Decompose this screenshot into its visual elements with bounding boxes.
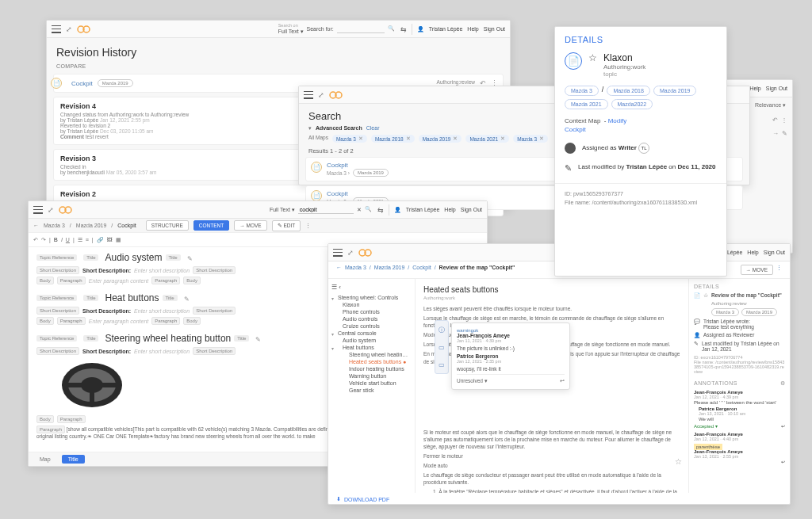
link-icon[interactable]: 🔗	[97, 237, 104, 243]
advanced-search[interactable]: Advanced Search	[316, 125, 362, 132]
help-link[interactable]: Help	[747, 250, 758, 255]
fulltext-select[interactable]: Full Text ▾	[278, 29, 304, 34]
content-button[interactable]: CONTENT	[193, 220, 229, 231]
search-icon[interactable]: 🔍	[388, 25, 396, 33]
tree-item[interactable]: Steering wheel heatin…	[331, 351, 412, 358]
star-icon[interactable]: ☆	[675, 457, 682, 466]
menu-icon[interactable]	[304, 91, 313, 99]
chip[interactable]: Mazda2022	[611, 99, 653, 109]
list-icon[interactable]: ☰	[78, 237, 82, 243]
expand-icon[interactable]: ⤢	[66, 25, 72, 33]
tree-item[interactable]: Klaxon	[331, 301, 412, 308]
filter-chip[interactable]: Mazda 3✕	[332, 135, 367, 143]
sd-placeholder[interactable]: Enter short description	[134, 349, 190, 354]
tree-item[interactable]: ▾Heat buttons	[331, 344, 412, 351]
menu-icon[interactable]	[52, 25, 61, 33]
tree-item[interactable]: Audio system	[331, 337, 412, 344]
more-icon[interactable]: ⋮	[305, 223, 311, 229]
sort-by-value[interactable]: Relevance ▾	[755, 102, 786, 109]
expand-icon[interactable]: ⤢	[347, 249, 354, 257]
arrow-right-icon[interactable]: →	[772, 130, 779, 137]
comment-status[interactable]: Unresolved ▾	[457, 378, 488, 384]
back-icon[interactable]: ←	[33, 223, 39, 228]
search-input[interactable]	[337, 25, 385, 33]
tree-item[interactable]: Warning button	[331, 372, 412, 380]
tree-item[interactable]: Indoor heating buttons	[331, 365, 412, 372]
all-maps[interactable]: All Maps	[308, 135, 328, 143]
sd-placeholder[interactable]: Enter short description	[134, 268, 190, 273]
signout-link[interactable]: Sign Out	[766, 86, 787, 91]
reply-icon[interactable]: ↩	[781, 423, 785, 429]
chip[interactable]: Mazda 2021	[565, 99, 608, 109]
swap-icon[interactable]: ⇆	[377, 206, 384, 214]
filter-chip[interactable]: Mazda 2018✕	[371, 135, 415, 143]
filter-icon[interactable]: ⚙	[780, 380, 786, 387]
signout-link[interactable]: Sign Out	[484, 26, 505, 32]
reply-icon[interactable]: ↩	[560, 378, 565, 384]
underline-icon[interactable]: U	[66, 237, 70, 242]
numbered-list-icon[interactable]: ≡	[86, 237, 89, 242]
close-icon[interactable]: ✕	[406, 135, 411, 142]
pencil-icon[interactable]	[187, 252, 193, 263]
close-icon[interactable]: ✕	[500, 135, 505, 142]
italic-icon[interactable]: I	[61, 237, 63, 242]
download-pdf[interactable]: ⬇DOWNLOAD PDF	[336, 496, 389, 502]
pencil-icon[interactable]	[184, 292, 190, 303]
fulltext-select[interactable]: Full Text ▾	[270, 207, 295, 213]
table-icon[interactable]: ▦	[116, 237, 121, 243]
more-icon[interactable]: ⋮	[776, 265, 782, 275]
tree-item[interactable]: Phone controls	[331, 308, 412, 315]
breadcrumb[interactable]: Mazda 3	[345, 265, 366, 275]
help-link[interactable]: Help	[467, 26, 478, 32]
undo-icon[interactable]: ↶	[33, 237, 38, 243]
clear-link[interactable]: Clear	[366, 125, 380, 132]
context-map-val[interactable]: Cockpit	[565, 126, 586, 133]
tab-map[interactable]: Map	[33, 455, 57, 464]
swap-icon[interactable]: ⇆	[400, 25, 407, 33]
back-icon[interactable]: ←	[336, 265, 342, 275]
tree-item[interactable]: ▾Central console	[331, 330, 412, 337]
breadcrumb[interactable]: Mazda 2019	[76, 223, 107, 228]
more-icon[interactable]: ⋮	[781, 116, 787, 124]
tree-item-selected[interactable]: Heated seats buttons ●	[331, 358, 412, 365]
info-icon[interactable]: ⓘ	[439, 326, 445, 334]
user-name[interactable]: Tristan Lépée	[429, 26, 463, 32]
tree-item[interactable]: Gear stick	[331, 387, 412, 394]
pencil-icon[interactable]	[255, 333, 261, 344]
user-icon[interactable]: 👤	[394, 207, 401, 213]
compare-button[interactable]: COMPARE	[47, 63, 510, 74]
filter-chip[interactable]: Mazda 2019✕	[419, 135, 462, 143]
help-link[interactable]: Help	[749, 86, 760, 91]
filter-chip[interactable]: Mazda 2021✕	[465, 135, 509, 143]
expand-icon[interactable]: ⤢	[318, 91, 324, 99]
structure-button[interactable]: STRUCTURE	[146, 220, 189, 231]
reply-icon[interactable]: ↩	[781, 459, 785, 464]
ann-status[interactable]: Accepted ▾	[694, 423, 718, 429]
collapse-icon[interactable]: ‹	[339, 284, 341, 291]
signout-link[interactable]: Sign Out	[461, 207, 482, 212]
tree-item[interactable]: Cruize controls	[331, 322, 412, 330]
search-input[interactable]	[298, 206, 354, 214]
search-icon[interactable]: 🔍	[365, 206, 373, 214]
close-icon[interactable]: ✕	[539, 135, 544, 142]
signout-link[interactable]: Sign Out	[764, 250, 785, 255]
topic-title[interactable]: Steering wheel heating button	[105, 333, 231, 344]
star-icon[interactable]: ☆	[588, 52, 597, 63]
menu-icon[interactable]	[333, 249, 343, 257]
body-placeholder[interactable]: Enter paragraph content	[89, 319, 149, 324]
user-icon[interactable]: 👤	[417, 26, 424, 32]
expand-icon[interactable]: ⤢	[48, 206, 54, 214]
chip[interactable]: Mazda 2018	[607, 86, 650, 96]
body-placeholder[interactable]: Enter paragraph content	[89, 278, 149, 284]
tree-item[interactable]: Vehicle start button	[331, 380, 412, 387]
breadcrumb[interactable]: Mazda 2019	[374, 265, 405, 275]
filter-chip[interactable]: Mazda 3✕	[513, 135, 548, 143]
topic-title[interactable]: Audio system	[105, 252, 162, 263]
chip[interactable]: Mazda 2019	[653, 86, 697, 96]
modify-link[interactable]: Modify	[608, 117, 627, 124]
close-icon[interactable]: ✕	[453, 135, 458, 142]
tree-item[interactable]: ▾Steering wheel: Controls	[331, 294, 412, 301]
redo-icon[interactable]: ↷	[41, 237, 46, 243]
tree-item[interactable]: Audio controls	[331, 315, 412, 322]
close-icon[interactable]: ✕	[358, 135, 363, 142]
